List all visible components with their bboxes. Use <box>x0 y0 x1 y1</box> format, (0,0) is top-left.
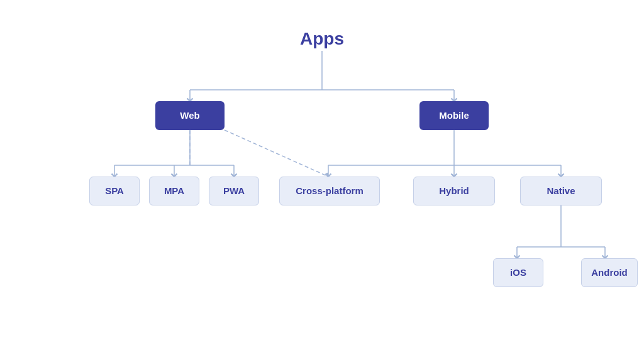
svg-line-10 <box>225 130 328 177</box>
web-node: Web <box>155 101 225 130</box>
spa-node: SPA <box>89 177 140 205</box>
diagram: Apps Web Mobile SPA MPA PWA Cross-platfo… <box>20 14 624 341</box>
native-node: Native <box>520 177 602 205</box>
android-node: Android <box>581 258 638 287</box>
mobile-node: Mobile <box>419 101 489 130</box>
apps-title: Apps <box>272 25 372 53</box>
mpa-node: MPA <box>149 177 199 205</box>
ios-node: iOS <box>493 258 543 287</box>
cross-platform-node: Cross-platform <box>279 177 380 205</box>
pwa-node: PWA <box>209 177 259 205</box>
hybrid-node: Hybrid <box>413 177 495 205</box>
